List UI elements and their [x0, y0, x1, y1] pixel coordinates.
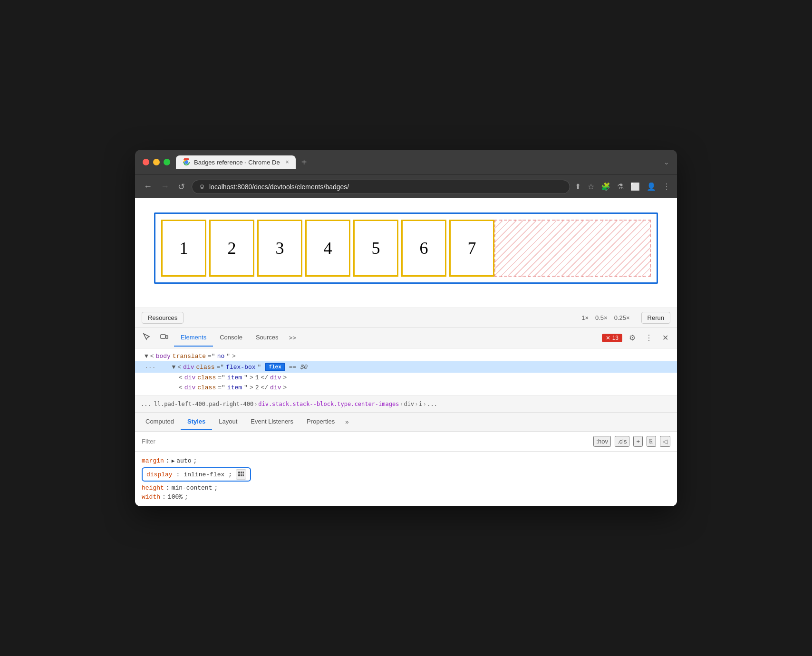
breadcrumb-item-2[interactable]: ll.pad-left-400.pad-right-400 [154, 401, 254, 407]
tab-bar: Badges reference - Chrome De × + ⌄ [176, 155, 669, 169]
title-bar: Badges reference - Chrome De × + ⌄ [135, 150, 677, 174]
css-height-value[interactable]: min-content [172, 484, 213, 492]
more-options-icon[interactable]: ⋮ [642, 331, 656, 344]
scale-1x-button[interactable]: 1× [581, 314, 589, 321]
share-icon[interactable]: ⬆ [575, 182, 581, 191]
lower-tabs: Computed Styles Layout Event Listeners P… [135, 413, 677, 432]
css-display-badge: display : inline-flex ; [142, 467, 251, 482]
address-text: localhost:8080/docs/devtools/elements/ba… [209, 183, 349, 191]
cls-button[interactable]: .cls [615, 436, 630, 447]
close-devtools-button[interactable]: ✕ [659, 331, 671, 344]
tab-styles[interactable]: Styles [181, 414, 212, 430]
tab-title: Badges reference - Chrome De [194, 159, 280, 166]
flex-items-area: 1 2 3 4 5 6 7 [161, 220, 494, 277]
style-sheet-button[interactable]: ⎘ [647, 436, 656, 447]
collapse-button[interactable]: ◁ [660, 436, 670, 447]
flex-item-4: 4 [305, 220, 350, 277]
devtools-tabs: Elements Console Sources >> ✕ 13 ⚙ ⋮ ✕ [135, 328, 677, 348]
hov-button[interactable]: :hov [593, 436, 611, 447]
styles-content: margin : ▶ auto ; display : inline-flex … [135, 452, 677, 506]
device-toolbar-icon[interactable] [158, 331, 170, 345]
new-tab-button[interactable]: + [300, 157, 309, 168]
flex-demo-container: 1 2 3 4 5 6 7 [154, 212, 658, 284]
svg-rect-9 [241, 474, 242, 476]
breadcrumb-item-3[interactable]: div.stack.stack--block.type.center-image… [258, 401, 399, 407]
resources-button[interactable]: Resources [142, 312, 184, 324]
svg-rect-5 [238, 472, 240, 473]
tab-properties[interactable]: Properties [300, 414, 341, 430]
scale-05x-button[interactable]: 0.5× [595, 314, 608, 321]
flex-visual: 1 2 3 4 5 6 7 [161, 220, 651, 277]
close-window-button[interactable] [143, 159, 149, 165]
devtools-tab-icons [141, 331, 170, 345]
flex-badge[interactable]: flex [265, 363, 285, 371]
address-bar: ← → ↺ localhost:8080/docs/devtools/eleme… [135, 174, 677, 198]
back-button[interactable]: ← [142, 180, 154, 193]
error-count: 13 [612, 335, 619, 341]
tree-row-div-item1[interactable]: <div class="item" > 1 </div> [135, 373, 677, 383]
element-selector-icon[interactable] [141, 331, 153, 345]
breadcrumb-item-4[interactable]: div [404, 401, 414, 407]
profile-icon[interactable]: 👤 [647, 182, 656, 191]
tab-computed[interactable]: Computed [139, 414, 181, 430]
flex-overflow-indicator [494, 220, 651, 277]
address-input[interactable]: localhost:8080/docs/devtools/elements/ba… [192, 180, 570, 194]
address-host: localhost [209, 183, 235, 191]
html-tree: ▼ <body translate="no" > ··· ▼ <div clas… [135, 348, 677, 396]
css-display-property[interactable]: display [146, 471, 173, 478]
tab-layout[interactable]: Layout [212, 414, 244, 430]
tree-row-body[interactable]: ▼ <body translate="no" > [135, 351, 677, 361]
extensions-icon[interactable]: 🧩 [601, 182, 610, 191]
breadcrumb-bar: ... ll.pad-left-400.pad-right-400 › div.… [135, 396, 677, 413]
css-height-property[interactable]: height [142, 484, 164, 492]
scale-025x-button[interactable]: 0.25× [614, 314, 630, 321]
toolbar-icons: ⬆ ☆ 🧩 ⚗ ⬜ 👤 ⋮ [575, 182, 670, 191]
tab-sources[interactable]: Sources [249, 329, 285, 347]
browser-tab[interactable]: Badges reference - Chrome De × [176, 155, 296, 169]
scale-buttons: 1× 0.5× 0.25× [581, 314, 629, 321]
tab-event-listeners[interactable]: Event Listeners [244, 414, 300, 430]
minimize-window-button[interactable] [153, 159, 160, 165]
screencast-icon[interactable]: ⬜ [630, 182, 640, 191]
tree-row-div-item2[interactable]: <div class="item" > 2 </div> [135, 383, 677, 393]
three-dots-indicator: ··· [145, 364, 155, 371]
error-badge[interactable]: ✕ 13 [602, 334, 622, 342]
css-height-row: height : min-content ; [142, 483, 670, 492]
flex-layout-icon[interactable] [236, 469, 246, 480]
grid-icon-svg [238, 471, 244, 478]
svg-rect-8 [238, 474, 240, 476]
lower-tab-more-button[interactable]: » [341, 415, 352, 429]
flask-icon[interactable]: ⚗ [617, 182, 624, 191]
reload-button[interactable]: ↺ [176, 180, 187, 194]
tab-console[interactable]: Console [213, 329, 249, 347]
forward-button[interactable]: → [159, 180, 171, 193]
filter-bar: Filter :hov .cls + ⎘ ◁ [135, 432, 677, 452]
css-width-property[interactable]: width [142, 493, 160, 501]
settings-icon[interactable]: ⚙ [626, 331, 638, 344]
breadcrumb-item-5[interactable]: i [419, 401, 422, 407]
chrome-icon [183, 158, 190, 166]
maximize-window-button[interactable] [164, 159, 170, 165]
devtools-panel: Elements Console Sources >> ✕ 13 ⚙ ⋮ ✕ [135, 328, 677, 506]
add-style-button[interactable]: + [633, 436, 643, 447]
more-icon[interactable]: ⋮ [663, 182, 670, 191]
traffic-lights [143, 159, 170, 165]
svg-rect-10 [243, 474, 244, 476]
tab-more-button[interactable]: >> [285, 330, 300, 345]
flex-item-3: 3 [257, 220, 302, 277]
svg-rect-3 [161, 335, 165, 338]
svg-rect-4 [166, 336, 168, 338]
tree-row-div-flex[interactable]: ··· ▼ <div class="flex-box" flex == $0 [135, 361, 677, 373]
resources-bar: Resources 1× 0.5× 0.25× Rerun [135, 308, 677, 328]
flex-item-7: 7 [449, 220, 494, 277]
flex-item-1: 1 [161, 220, 206, 277]
bookmark-icon[interactable]: ☆ [588, 182, 594, 191]
breadcrumb-dots[interactable]: ... [427, 401, 437, 407]
css-display-value[interactable]: inline-flex [184, 471, 224, 478]
tab-dropdown-button[interactable]: ⌄ [664, 158, 669, 166]
tab-close-button[interactable]: × [286, 159, 289, 165]
rerun-button[interactable]: Rerun [641, 312, 670, 324]
css-width-value[interactable]: 100% [168, 493, 183, 501]
flex-item-6: 6 [401, 220, 446, 277]
tab-elements[interactable]: Elements [174, 329, 213, 347]
